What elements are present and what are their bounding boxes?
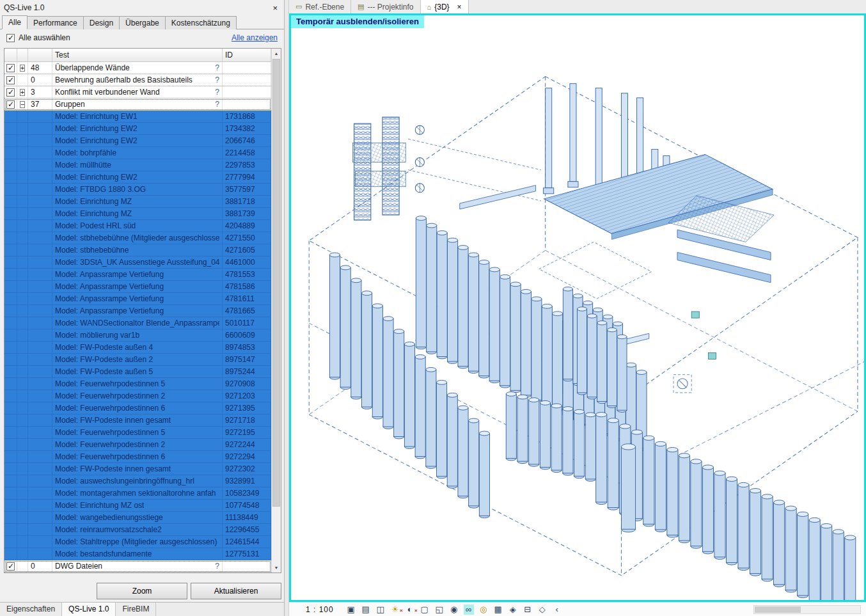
model-name: Model: auswechslungeinbringöffnung_hrl <box>55 477 194 486</box>
close-view-icon[interactable]: × <box>457 3 462 12</box>
row-checkbox[interactable] <box>6 562 15 571</box>
header-id-column[interactable]: ID <box>223 49 271 61</box>
collapse-icon[interactable]: − <box>20 101 25 108</box>
collapse-bar-icon[interactable]: ‹ <box>552 604 562 615</box>
model-item-row[interactable]: Model: FW-Podeste außen 58975244 <box>4 366 271 378</box>
test-group-row[interactable]: +3Konflikt mit verbundener Wand? <box>4 86 271 99</box>
panel-close-icon[interactable]: × <box>272 3 278 13</box>
row-checkbox[interactable] <box>6 100 15 109</box>
model-item-row[interactable]: Model: WANDSectionaltor Blende_Anpassram… <box>4 317 271 329</box>
shadows-icon[interactable]: ◐× <box>405 604 415 615</box>
temporary-view-properties-icon[interactable]: ▦ <box>493 604 503 615</box>
model-item-row[interactable]: Model: Anpassrampe Vertiefung4781611 <box>4 293 271 305</box>
dock-tab-qs-live[interactable]: QS-Live 1.0 <box>62 603 116 616</box>
model-item-row[interactable]: Model: Stahltreppe (Mitglieder ausgeschl… <box>4 536 271 548</box>
row-checkbox[interactable] <box>6 76 15 84</box>
model-item-row[interactable]: Model: möblierung var1b6600609 <box>4 329 271 342</box>
model-item-row[interactable]: Model: Einrichtung EW11731868 <box>4 111 271 123</box>
panel-tab-design[interactable]: Design <box>83 16 120 29</box>
refresh-button[interactable]: Aktualisieren <box>191 583 281 599</box>
view-tab-3d[interactable]: ⌂{3D}× <box>421 0 469 13</box>
model-item-row[interactable]: Model: müllhütte2297853 <box>4 159 271 171</box>
temporary-hide-isolate-icon[interactable]: ∞ <box>464 604 474 615</box>
model-item-row[interactable]: Model: Feuerwehrpodestinnen 69272294 <box>4 451 271 463</box>
expand-icon[interactable]: + <box>20 65 25 72</box>
zoom-button[interactable]: Zoom <box>97 583 187 599</box>
model-item-row[interactable]: Model: FW-Podeste innen gesamt9271718 <box>4 415 271 427</box>
crop-view-icon[interactable]: ▢ <box>420 604 430 615</box>
model-item-row[interactable]: Model: 3DStA_UK Aussenstiege Aussteifung… <box>4 257 271 269</box>
help-link[interactable]: ? <box>215 75 219 84</box>
panel-tab-alle[interactable]: Alle <box>2 15 28 29</box>
test-group-row[interactable]: 0DWG Dateien? <box>4 560 271 573</box>
model-item-row[interactable]: Model: Einrichtung EW22066746 <box>4 135 271 147</box>
view-tab-ref-ebene[interactable]: ▭Ref.-Ebene <box>289 0 351 13</box>
view-tab-projektinfo[interactable]: ▤--- Projektinfo <box>351 0 420 13</box>
row-checkbox[interactable] <box>6 64 15 72</box>
show-all-link[interactable]: Alle anzeigen <box>232 33 278 42</box>
help-link[interactable]: ? <box>215 100 219 109</box>
test-group-row[interactable]: 0Bewehrung außerhalb des Basisbauteils? <box>4 74 271 86</box>
model-item-row[interactable]: Model: Anpassrampe Vertiefung4781553 <box>4 269 271 281</box>
model-item-row[interactable]: Model: stbhebebühne (Mitglieder ausgesch… <box>4 232 271 244</box>
model-item-row[interactable]: Model: Einrichtung EW21734382 <box>4 123 271 135</box>
visual-style-icon[interactable]: ◫ <box>375 604 386 615</box>
dock-tab-firebim[interactable]: FireBIM <box>116 603 156 616</box>
header-test-column[interactable]: Test <box>52 49 223 61</box>
displaced-elements-icon[interactable]: ◈ <box>508 604 518 615</box>
test-group-row[interactable]: +48Überlappende Wände? <box>4 62 271 74</box>
horizontal-scrollbar[interactable] <box>753 605 861 614</box>
analytical-model-icon[interactable]: ◇ <box>537 604 547 615</box>
expand-icon[interactable]: + <box>20 89 25 96</box>
help-link[interactable]: ? <box>215 562 219 571</box>
vertical-scrollbar[interactable]: ▲ ▼ <box>271 49 281 573</box>
panel-tab-uebergabe[interactable]: Übergabe <box>119 16 166 29</box>
model-item-row[interactable]: Model: Einrichtung MZ ost10774548 <box>4 500 271 512</box>
model-item-row[interactable]: Model: reinraumvorsatzschale212296455 <box>4 524 271 536</box>
panel-splitter[interactable] <box>285 0 289 616</box>
model-item-row[interactable]: Model: Anpassrampe Vertiefung4781665 <box>4 305 271 317</box>
model-item-row[interactable]: Model: Podest HRL süd4204889 <box>4 220 271 232</box>
model-item-row[interactable]: Model: stbhebebühne4271605 <box>4 244 271 257</box>
scroll-down-icon[interactable]: ▼ <box>272 563 281 573</box>
3d-viewport[interactable]: Temporär ausblenden/isolieren <box>289 13 866 602</box>
fit-to-window-icon[interactable]: ▣ <box>346 604 356 615</box>
model-item-row[interactable]: Model: Einrichtung EW22777994 <box>4 171 271 184</box>
model-item-row[interactable]: Model: bestandsfundamente12775131 <box>4 548 271 560</box>
unlocked-view-icon[interactable]: ◉ <box>449 604 459 615</box>
help-link[interactable]: ? <box>215 63 219 72</box>
show-crop-region-icon[interactable]: ◱ <box>434 604 445 615</box>
detail-level-icon[interactable]: ▤ <box>361 604 371 615</box>
reveal-hidden-elements-icon[interactable]: ◎ <box>478 604 489 615</box>
scroll-up-icon[interactable]: ▲ <box>272 49 281 58</box>
model-item-row[interactable]: Model: Anpassrampe Vertiefung4781586 <box>4 281 271 293</box>
model-item-row[interactable]: Model: FW-Podeste außen 48974853 <box>4 342 271 354</box>
panel-tab-kostenschaetzung[interactable]: Kostenschätzung <box>165 16 237 29</box>
select-all-checkbox[interactable] <box>6 34 15 42</box>
model-item-row[interactable]: Model: FW-Podeste außen 28975147 <box>4 354 271 366</box>
model-item-row[interactable]: Model: FW-Podeste innen gesamt9272302 <box>4 463 271 475</box>
scrollbar-thumb[interactable] <box>755 606 801 613</box>
model-item-row[interactable]: Model: Einrichtung MZ3881718 <box>4 196 271 208</box>
help-link[interactable]: ? <box>215 88 219 97</box>
view-scale-button[interactable]: 1 : 100 <box>306 605 334 614</box>
row-checkbox[interactable] <box>6 88 15 97</box>
model-item-row[interactable]: Model: auswechslungeinbringöffnung_hrl93… <box>4 475 271 487</box>
test-group-row[interactable]: −37Gruppen? <box>4 99 271 111</box>
model-item-row[interactable]: Model: montagerahmen sektionaltorohne an… <box>4 487 271 500</box>
model-item-row[interactable]: Model: FTBDG 1880 3.OG3577597 <box>4 184 271 196</box>
panel-tab-performance[interactable]: Performance <box>27 16 84 29</box>
dock-tab-eigenschaften[interactable]: Eigenschaften <box>0 603 62 616</box>
model-item-row[interactable]: Model: Feuerwehrpodestinnen 69271395 <box>4 402 271 415</box>
model-item-row[interactable]: Model: Einrichtung MZ3881739 <box>4 208 271 220</box>
model-item-row[interactable]: Model: Feuerwehrpodestinnen 59270908 <box>4 378 271 390</box>
model-item-row[interactable]: Model: Feuerwehrpodestinnen 29272244 <box>4 439 271 451</box>
scrollbar-thumb[interactable] <box>272 59 280 507</box>
model-item-row[interactable]: Model: Feuerwehrpodestinnen 29271203 <box>4 390 271 402</box>
model-item-row[interactable]: Model: wangebedienungsstiege11138449 <box>4 512 271 524</box>
model-item-row[interactable]: Model: Feuerwehrpodestinnen 59272195 <box>4 427 271 439</box>
reveal-constraints-icon[interactable]: ⊟ <box>523 604 533 615</box>
sun-path-icon[interactable]: ☀× <box>390 604 400 615</box>
panel-titlebar[interactable]: QS-Live 1.0 × <box>0 0 284 14</box>
model-item-row[interactable]: Model: bohrpfähle2214458 <box>4 147 271 159</box>
